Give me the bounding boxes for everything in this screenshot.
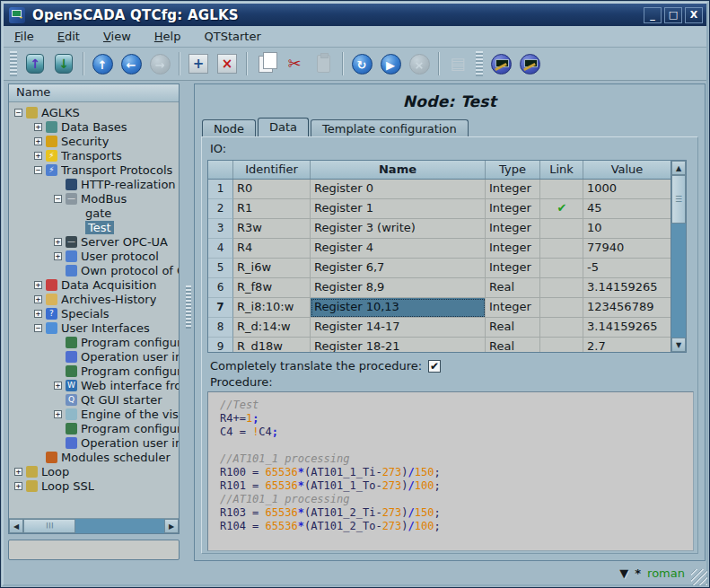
tree-horizontal-scrollbar[interactable]: ◀ ▶ [9,518,179,533]
row-number[interactable]: 7 [208,298,233,318]
procedure-editor[interactable]: //TestR4+=1;C4 = !C4; //AT101_1 processi… [207,391,694,551]
back-button[interactable]: ← [118,50,145,77]
row-number[interactable]: 9 [208,338,233,352]
cell-link[interactable] [540,278,583,298]
up-button[interactable]: ↑ [89,50,116,77]
cell-value[interactable]: 77940 [583,239,671,259]
row-number[interactable]: 1 [208,180,233,199]
cell-identifier[interactable]: R_i8:10:w [233,298,311,318]
delete-item-button[interactable]: × [214,50,241,77]
column-header-Type[interactable]: Type [486,161,540,179]
expand-icon[interactable]: + [54,410,62,418]
column-header-Link[interactable]: Link [540,161,583,179]
row-number[interactable]: 8 [208,318,233,338]
expand-icon[interactable]: + [34,310,42,318]
cell-identifier[interactable]: R_i6w [233,259,311,278]
cell-value[interactable]: -5 [583,259,671,278]
scroll-down-icon[interactable]: ▼ [671,338,686,352]
cell-identifier[interactable]: R1 [233,199,311,219]
minimize-button[interactable]: _ [644,7,662,23]
cell-name[interactable]: Register 4 [311,239,486,259]
cell-type[interactable]: Integer [486,298,540,318]
tree-item-transport-protocols[interactable]: −⚡Transport Protocols [9,162,179,177]
expand-icon[interactable]: + [14,468,22,476]
copy-item-button[interactable] [252,50,279,77]
expand-icon[interactable]: + [34,137,42,145]
splitter-grip-icon[interactable] [186,285,191,329]
collapse-icon[interactable]: − [14,109,22,117]
expand-icon[interactable]: + [34,152,42,160]
tree-item-gate[interactable]: gate [9,206,179,220]
tree-item-engine-of-the-visu[interactable]: +Engine of the visu [9,407,179,421]
cell-type[interactable]: Real [486,338,540,352]
resize-grip[interactable] [691,569,707,585]
cell-identifier[interactable]: R_d:14:w [233,318,311,338]
cell-value[interactable]: 123456789 [583,298,671,318]
expand-icon[interactable]: + [54,238,62,246]
cell-name[interactable]: Register 0 [311,180,486,199]
tree-item-operation-user-ir[interactable]: Operation user ir [9,435,179,450]
cell-type[interactable]: Real [486,278,540,298]
cut-item-button[interactable]: ✂ [281,50,308,77]
cell-type[interactable]: Integer [486,259,540,278]
cell-value[interactable]: 3.14159265 [583,278,671,298]
cell-name[interactable]: Register 1 [311,199,486,219]
tree-item-loop-ssl[interactable]: +Loop SSL [9,478,179,493]
cell-value[interactable]: 3.14159265 [583,318,671,338]
expand-icon[interactable]: + [14,482,22,490]
tree-item-user-protocol[interactable]: +User protocol [9,249,179,263]
tab-node[interactable]: Node [202,119,256,137]
tree-item-data-acquisition[interactable]: +Data Acquisition [9,277,179,292]
tree-item-transports[interactable]: +⚡Transports [9,148,179,162]
expand-icon[interactable]: + [34,281,42,289]
column-header-Name[interactable]: Name [311,161,486,179]
cell-identifier[interactable]: R_d18w [233,338,311,352]
cell-link[interactable] [540,180,583,199]
tree-hscroll-track[interactable] [75,519,164,533]
tree-item-loop[interactable]: +Loop [9,464,179,478]
tree-item-modbus[interactable]: −—ModBus [9,191,179,206]
tab-template-configuration[interactable]: Template configuration [311,119,469,137]
expand-icon[interactable]: + [54,252,62,260]
tree-item-security[interactable]: +Security [9,134,179,148]
table-vscroll-thumb[interactable] [671,175,686,224]
collapse-icon[interactable]: − [34,166,42,174]
tree-item-program-configur[interactable]: Program configur [9,364,179,378]
translate-checkbox[interactable]: ✔ [428,360,441,373]
menu-item-file[interactable]: File [14,30,34,43]
tree-item-modules-scheduler[interactable]: Modules scheduler [9,450,179,464]
row-number[interactable]: 3 [208,219,233,239]
qtstarter-tool-button[interactable] [516,50,543,77]
cell-identifier[interactable]: R4 [233,239,311,259]
column-header-num[interactable] [208,161,233,179]
cell-link[interactable] [540,239,583,259]
tray-expand-icon[interactable]: ▼ [619,566,628,580]
expand-icon[interactable]: + [34,295,42,303]
row-number[interactable]: 5 [208,259,233,278]
cell-type[interactable]: Real [486,318,540,338]
cell-name[interactable]: Register 10,13 [311,298,486,318]
cell-link[interactable] [540,259,583,278]
collapse-icon[interactable]: − [34,324,42,332]
cell-identifier[interactable]: R3w [233,219,311,239]
expand-icon[interactable]: + [34,123,42,131]
scroll-left-icon[interactable]: ◀ [9,519,23,533]
table-vscroll-track[interactable] [671,224,686,338]
cell-link[interactable] [540,298,583,318]
tab-data[interactable]: Data [258,118,309,138]
tree-item-operation-user-ir[interactable]: Operation user ir [9,349,179,364]
table-vertical-scrollbar[interactable]: ▲ ▼ [671,161,686,352]
row-number[interactable]: 6 [208,278,233,298]
scroll-up-icon[interactable]: ▲ [671,161,686,175]
cell-identifier[interactable]: R0 [233,180,311,199]
tree-item-user-interfaces[interactable]: −User Interfaces [9,320,179,335]
maximize-button[interactable]: □ [664,7,682,23]
collapse-icon[interactable]: − [54,195,62,203]
add-item-button[interactable]: + [185,50,212,77]
tree-item-qt-gui-starter[interactable]: QQt GUI starter [9,392,179,407]
cell-link[interactable] [540,338,583,352]
tree-item-program-configur[interactable]: Program configur [9,421,179,435]
load-from-db-button[interactable]: ↑ [22,50,48,77]
scroll-right-icon[interactable]: ▶ [164,519,179,533]
tree-item-program-configur[interactable]: Program configur [9,335,179,349]
